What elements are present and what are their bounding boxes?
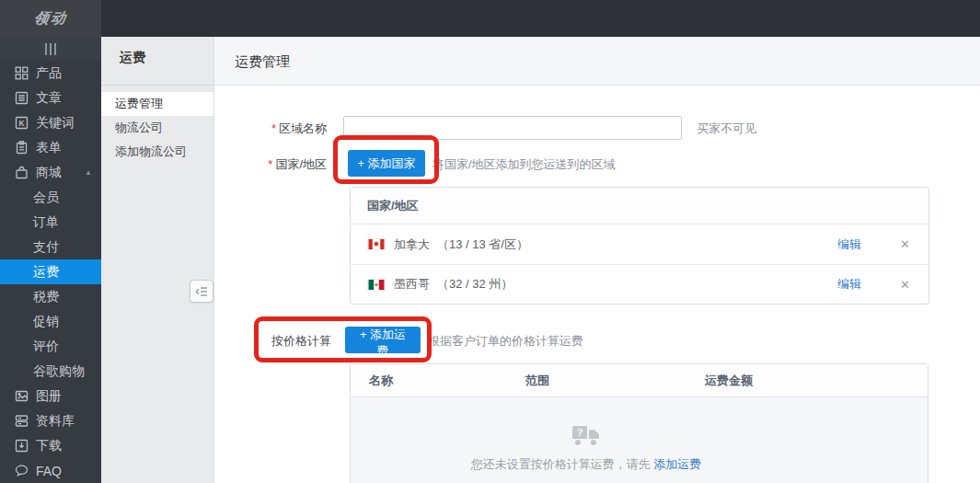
country-region-label: *国家/地区 [233, 156, 327, 173]
empty-state: ? 您还未设置按价格计算运费，请先 添加运费 [351, 397, 822, 473]
caret-up-icon: ▲ [85, 168, 92, 177]
country-name: 加拿大 [394, 236, 430, 253]
add-country-hint: 将国家/地区添加到您运送到的区域 [432, 156, 616, 173]
buyer-invisible-hint: 买家不可见 [697, 121, 756, 137]
sidebar-item-label: 商城 [36, 165, 62, 181]
sidebar-item-label: 税费 [33, 289, 59, 305]
sidebar-item-faq[interactable]: FAQ [0, 458, 101, 483]
sidebar-item-label: 支付 [33, 239, 59, 256]
column-fee-amount: 运费金额 [705, 364, 753, 397]
countries-table: 国家/地区 加拿大 （13 / 13 省/区） 编辑 ✕ 墨西哥 （32 / 3… [350, 187, 929, 305]
page-title: 运费管理 [235, 37, 290, 86]
price-calc-label: 按价格计算 [233, 333, 331, 350]
content-header: 运费管理 [214, 37, 980, 86]
download-icon [15, 439, 29, 453]
sidebar-item-downloads[interactable]: 下载 [0, 433, 101, 458]
sidebar-item-label: 图册 [36, 388, 62, 405]
truck-question-icon: ? [571, 423, 602, 449]
edit-link[interactable]: 编辑 [837, 236, 861, 253]
sidebar-item-library[interactable]: 资料库 [0, 408, 101, 433]
empty-state-text: 您还未设置按价格计算运费，请先 添加运费 [351, 456, 822, 473]
sidebar-item-products[interactable]: 产品 [0, 61, 101, 86]
app-logo[interactable]: 领动 [0, 0, 101, 37]
primary-sidebar: 产品 文章 K 关键词 表单 商城 ▲ 会员 [0, 37, 101, 483]
sidebar-collapse-button[interactable] [0, 37, 101, 61]
article-icon [15, 91, 29, 105]
edit-link[interactable]: 编辑 [837, 276, 861, 293]
submenu-item-shipping-management[interactable]: 运费管理 [101, 92, 213, 116]
required-mark: * [271, 121, 276, 135]
divider [101, 85, 213, 86]
sidebar-item-label: 运费 [33, 264, 59, 281]
sidebar-item-label: 资料库 [36, 413, 75, 430]
sidebar-item-label: 促销 [33, 314, 59, 330]
region-name-input[interactable] [343, 116, 682, 140]
sidebar-item-label: 表单 [36, 140, 62, 156]
shopping-bag-icon [15, 166, 29, 179]
canada-flag-icon [367, 238, 386, 250]
country-detail: （13 / 13 省/区） [437, 236, 528, 253]
column-name: 名称 [369, 364, 393, 397]
logo-text: 领动 [32, 9, 69, 29]
sidebar-item-label: 文章 [36, 90, 62, 107]
price-calc-hint: 根据客户订单的价格计算运费 [428, 333, 583, 350]
keyword-icon: K [15, 116, 29, 130]
sidebar-item-members[interactable]: 会员 [0, 185, 101, 210]
chat-bubble-icon [15, 464, 29, 477]
main-content: 运费管理 *区域名称 买家不可见 *国家/地区 + 添加国家 将国家/地区添加到… [214, 37, 980, 483]
svg-text:?: ? [577, 427, 583, 438]
add-country-button[interactable]: + 添加国家 [348, 150, 425, 177]
collapse-bars-icon [45, 43, 56, 55]
price-table-body: ? 您还未设置按价格计算运费，请先 添加运费 [351, 397, 928, 483]
submenu-item-logistics-companies[interactable]: 物流公司 [101, 116, 213, 140]
sidebar-item-forms[interactable]: 表单 [0, 135, 101, 160]
country-detail: （32 / 32 州） [437, 276, 513, 293]
sidebar-item-promotions[interactable]: 促销 [0, 309, 101, 334]
sidebar-item-google-shopping[interactable]: 谷歌购物 [0, 359, 101, 384]
sidebar-item-mall[interactable]: 商城 ▲ [0, 160, 101, 185]
submenu-title: 运费 [120, 50, 145, 66]
price-table-header: 名称 范围 运费金额 [351, 364, 928, 397]
topbar: 领动 [0, 0, 980, 37]
sidebar-item-orders[interactable]: 订单 [0, 210, 101, 235]
price-rules-table: 名称 范围 运费金额 ? 您还未设置按价格计算运费，请先 添加运费 [350, 363, 928, 483]
country-name: 墨西哥 [394, 276, 430, 293]
table-row-canada: 加拿大 （13 / 13 省/区） 编辑 ✕ [351, 224, 928, 264]
picture-icon [15, 389, 29, 403]
secondary-sidebar: 运费 运费管理 物流公司 添加物流公司 [101, 37, 214, 483]
sidebar-item-label: 评价 [33, 339, 59, 355]
sidebar-item-label: 产品 [36, 65, 62, 82]
sidebar-item-payments[interactable]: 支付 [0, 235, 101, 259]
table-row-mexico: 墨西哥 （32 / 32 州） 编辑 ✕ [351, 264, 928, 304]
submenu-item-add-logistics-company[interactable]: 添加物流公司 [101, 140, 213, 164]
sidebar-item-label: 会员 [33, 190, 59, 206]
column-range: 范围 [525, 364, 549, 397]
add-shipping-fee-button[interactable]: + 添加运费 [345, 327, 421, 353]
sidebar-item-taxes[interactable]: 税费 [0, 284, 101, 309]
add-shipping-fee-link[interactable]: 添加运费 [653, 457, 701, 471]
svg-text:K: K [18, 119, 25, 128]
sidebar-item-label: 订单 [33, 214, 59, 231]
remove-country-icon[interactable]: ✕ [900, 278, 910, 292]
region-name-label: *区域名称 [233, 121, 327, 137]
required-mark: * [268, 157, 272, 171]
sidebar-item-label: FAQ [36, 464, 62, 478]
shipping-management-page: 领动 产品 文章 K 关键词 [0, 0, 980, 483]
stack-icon [15, 414, 29, 428]
remove-country-icon[interactable]: ✕ [900, 237, 910, 251]
sidebar-item-label: 关键词 [36, 115, 75, 132]
sidebar-item-articles[interactable]: 文章 [0, 86, 101, 110]
sidebar-item-label: 谷歌购物 [33, 363, 85, 380]
sidebar-item-albums[interactable]: 图册 [0, 384, 101, 408]
panel-collapse-button[interactable] [190, 280, 213, 303]
grid-icon [15, 66, 29, 80]
outdent-icon [195, 286, 208, 297]
clipboard-icon [15, 141, 29, 155]
sidebar-item-reviews[interactable]: 评价 [0, 334, 101, 359]
sidebar-item-shipping[interactable]: 运费 [0, 259, 101, 284]
sidebar-item-label: 下载 [36, 438, 62, 454]
sidebar-item-keywords[interactable]: K 关键词 [0, 110, 101, 135]
mexico-flag-icon [367, 279, 386, 291]
countries-table-header: 国家/地区 [351, 188, 928, 224]
